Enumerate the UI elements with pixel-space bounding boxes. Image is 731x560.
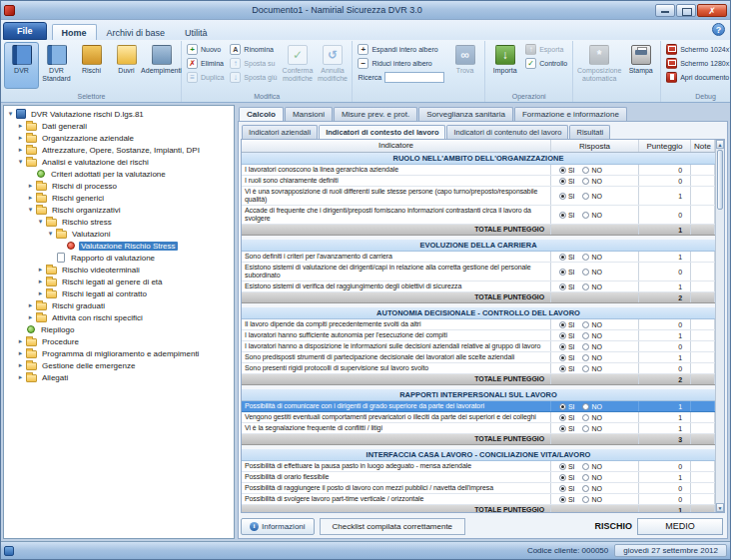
tree-item-allegati[interactable]: ▸Allegati (4, 371, 234, 383)
adempimenti-button[interactable]: Adempimenti (144, 42, 179, 89)
tree-item-rischi-legati-al-genere-di-et[interactable]: ▸Rischi legati al genere di età (4, 276, 234, 287)
checklist-row[interactable]: Esistono sistemi di verifica del raggiun… (242, 281, 715, 292)
subtab-indicatori-di-contenuto-del-lavoro[interactable]: Indicatori di contenuto del lavoro (446, 125, 568, 139)
checklist-row[interactable]: Sono predisposti strumenti di partecipaz… (242, 352, 715, 363)
elimina-button[interactable]: ✗Elimina (184, 56, 227, 70)
apri-documento-button[interactable]: Apri documento (663, 70, 730, 84)
tab-sorveglianza-sanitaria[interactable]: Sorveglianza sanitaria (418, 107, 513, 121)
tree-item-programma-di-miglioramento-e-adempimenti[interactable]: ▸Programma di miglioramento e adempiment… (4, 347, 234, 359)
checklist-row[interactable]: Esistono sistemi di valutazione dei diri… (242, 263, 715, 281)
radio-si[interactable] (559, 496, 566, 503)
tree-item-rischio-videoterminali[interactable]: ▸Rischio videoterminali (4, 264, 234, 276)
tree-item-rischi-legati-al-contratto[interactable]: ▸Rischi legati al contratto (4, 287, 234, 299)
riduci-intero-albero-button[interactable]: −Riduci intero albero (355, 56, 447, 70)
checklist-row[interactable]: I ruoli sono chiaramente definitiSINO0 (242, 176, 715, 187)
minimize-button[interactable] (655, 4, 675, 17)
radio-si[interactable] (559, 463, 566, 470)
tree-item-organizzazione-aziendale[interactable]: ▸Organizzazione aziendale (4, 132, 234, 144)
radio-no[interactable] (582, 178, 589, 185)
tree-item-rapporto-di-valutazione[interactable]: Rapporto di valutazione (4, 252, 234, 264)
tree-item-gestione-delle-emergenze[interactable]: ▸Gestione delle emergenze (4, 359, 234, 371)
scroll-down-icon[interactable]: ▼ (716, 503, 724, 512)
radio-si[interactable] (559, 321, 566, 328)
tree-item-rischi-generici[interactable]: ▸Rischi generici (4, 192, 234, 204)
checklist-row[interactable]: Sono definiti i criteri per l'avanzament… (242, 252, 715, 263)
close-button[interactable] (697, 4, 727, 17)
radio-no[interactable] (582, 254, 589, 261)
radio-no[interactable] (582, 212, 589, 219)
scrollbar-thumb[interactable] (717, 150, 723, 210)
radio-no[interactable] (582, 403, 589, 410)
checklist-row[interactable]: Vi è la segnalazione frequente di confli… (242, 423, 715, 434)
expander-icon[interactable]: ▸ (26, 194, 35, 202)
radio-no[interactable] (582, 321, 589, 328)
radio-no[interactable] (582, 269, 589, 276)
radio-si[interactable] (559, 365, 566, 372)
expander-icon[interactable]: ▸ (36, 266, 45, 274)
rischio-value[interactable]: MEDIO (637, 518, 723, 535)
dvr-button[interactable]: DVR (4, 42, 39, 89)
tab-calcolo[interactable]: Calcolo (239, 107, 284, 121)
scroll-up-icon[interactable]: ▲ (716, 140, 724, 149)
expander-icon[interactable]: ▸ (16, 337, 25, 345)
radio-no[interactable] (582, 496, 589, 503)
subtab-indicatori-di-contesto-del-lavoro[interactable]: Indicatori di contesto del lavoro (319, 125, 445, 139)
tree-item-dati-generali[interactable]: ▸Dati generali (4, 120, 234, 132)
checklist-row[interactable]: Il lavoro dipende da compiti precedentem… (242, 319, 715, 330)
radio-no[interactable] (582, 485, 589, 492)
radio-si[interactable] (559, 414, 566, 421)
dvr-standard-button[interactable]: DVRStandard (39, 42, 74, 89)
tree-item-analisi-e-valutazione-dei-rischi[interactable]: ▾Analisi e valutazione dei rischi (4, 156, 234, 168)
expander-icon[interactable]: ▸ (16, 373, 25, 381)
tree-item-dvr-valutazione-rischi-d-lgs-81[interactable]: ▾DVR Valutazione rischi D.lgs.81 (4, 108, 234, 120)
expander-icon[interactable]: ▸ (16, 146, 25, 154)
expander-icon[interactable]: ▾ (36, 218, 45, 226)
radio-no[interactable] (582, 343, 589, 350)
ribbon-tab-utilit[interactable]: Utilità (175, 24, 218, 40)
radio-si[interactable] (559, 485, 566, 492)
subtab-indicatori-aziendali[interactable]: Indicatori aziendali (242, 125, 318, 139)
tree-item-rischi-graduati[interactable]: ▸Rischi graduati (4, 299, 234, 311)
search-input[interactable] (384, 72, 444, 83)
checklist-row[interactable]: Sono presenti rigidi protocolli di super… (242, 363, 715, 374)
schermo-1280x1024-button[interactable]: Schermo 1280x1024 (663, 56, 730, 70)
radio-si[interactable] (559, 425, 566, 432)
tab-mansioni[interactable]: Mansioni (285, 107, 333, 121)
subtab-risultati[interactable]: Risultati (569, 125, 610, 139)
radio-si[interactable] (559, 193, 566, 200)
checklist-row[interactable]: I lavoratori conoscono la linea gerarchi… (242, 165, 715, 176)
radio-si[interactable] (559, 343, 566, 350)
tree-item-valutazione-rischio-stress[interactable]: Valutazione Rischio Stress (4, 240, 234, 252)
file-button[interactable]: File (3, 22, 47, 40)
radio-si[interactable] (559, 332, 566, 339)
tree-item-valutazioni[interactable]: ▾Valutazioni (4, 228, 234, 240)
radio-no[interactable] (582, 365, 589, 372)
tree-item-criteri-adottati-per-la-valutazione[interactable]: Criteri adottati per la valutazione (4, 168, 234, 180)
help-button[interactable]: ? (712, 23, 725, 36)
expander-icon[interactable]: ▸ (26, 301, 35, 309)
expander-icon[interactable]: ▸ (36, 289, 45, 297)
radio-si[interactable] (559, 403, 566, 410)
rischi-button[interactable]: Rischi (74, 42, 109, 89)
controllo-button[interactable]: ✓Controllo (522, 56, 570, 70)
radio-si[interactable] (559, 354, 566, 361)
rinomina-button[interactable]: ARinomina (227, 42, 280, 56)
checklist-row[interactable]: Possibilità di orario flessibileSINO1 (242, 472, 715, 483)
ribbon-tab-archivi-di-base[interactable]: Archivi di base (97, 24, 176, 40)
tree-item-rischi-di-processo[interactable]: ▸Rischi di processo (4, 180, 234, 192)
duvri-button[interactable]: Duvri (109, 42, 144, 89)
radio-si[interactable] (559, 254, 566, 261)
nuovo-button[interactable]: +Nuovo (184, 42, 227, 56)
expander-icon[interactable]: ▾ (26, 206, 35, 214)
checklist-row[interactable]: Possibilità di raggiungere il posto di l… (242, 483, 715, 494)
tree-item-attivit-con-rischi-specifici[interactable]: ▸Attività con rischi specifici (4, 311, 234, 323)
radio-no[interactable] (582, 332, 589, 339)
checklist-row[interactable]: Possibilità di svolgere lavoro part-time… (242, 494, 715, 505)
expander-icon[interactable]: ▾ (6, 110, 15, 118)
tree-item-rischi-organizzativi[interactable]: ▾Rischi organizzativi (4, 204, 234, 216)
tree-item-rischio-stress[interactable]: ▾Rischio stress (4, 216, 234, 228)
tree-item-attrezzature-opere-sostanze-impianti-dpi[interactable]: ▸Attrezzature, Opere, Sostanze, Impianti… (4, 144, 234, 156)
radio-no[interactable] (582, 193, 589, 200)
tree-item-procedure[interactable]: ▸Procedure (4, 335, 234, 347)
maximize-button[interactable] (676, 4, 696, 17)
